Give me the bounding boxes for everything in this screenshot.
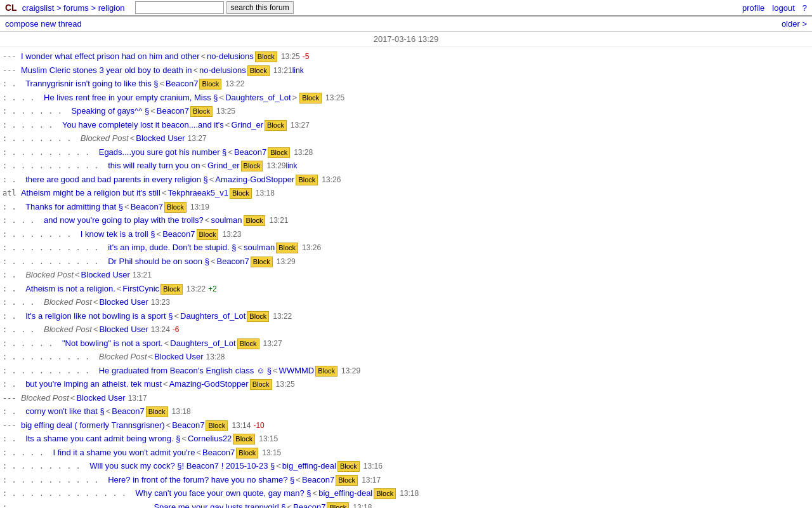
user-link[interactable]: FirstCynic [122, 283, 159, 295]
block-button[interactable]: Block [255, 51, 277, 62]
thread-title[interactable]: Here? in front of the forum? have you no… [108, 474, 294, 486]
user-link[interactable]: Daughters_of_Lot [170, 337, 235, 350]
block-button[interactable]: Block [299, 93, 322, 104]
block-button[interactable]: Block [190, 106, 213, 117]
block-button[interactable]: Block [336, 475, 358, 486]
thread-title[interactable]: Egads....you sure got his number § [99, 146, 227, 159]
user-link[interactable]: Amazing-GodStopper [215, 173, 294, 186]
block-button[interactable]: Block [337, 461, 360, 472]
block-button[interactable]: Block [247, 311, 269, 322]
user-link[interactable]: Beacon7 [166, 77, 198, 90]
thread-title[interactable]: Blocked Post [44, 323, 92, 336]
thread-title[interactable]: Speaking of gays^^ § [71, 105, 149, 117]
thread-title[interactable]: I find it a shame you won't admit you're [53, 446, 195, 459]
older-link[interactable]: older > [782, 19, 807, 29]
breadcrumb-craigslist[interactable]: craigslist [22, 3, 55, 13]
logout-link[interactable]: logout [772, 3, 794, 13]
thread-title[interactable]: Blocked Post [21, 392, 69, 404]
user-link[interactable]: Daughters_of_Lot [180, 310, 246, 323]
thread-title[interactable]: Blocked Post [25, 269, 74, 281]
breadcrumb-forums[interactable]: forums [63, 3, 89, 13]
thread-title[interactable]: Thanks for admitting that § [25, 201, 123, 213]
block-button[interactable]: Block [197, 229, 219, 240]
block-button[interactable]: Block [265, 120, 287, 131]
thread-title[interactable]: Blocked Post [44, 296, 92, 309]
user-link[interactable]: Beacon7 [216, 255, 249, 268]
user-link[interactable]: Grind_er [231, 119, 263, 131]
thread-title[interactable]: It's a religion like not bowling is a sp… [25, 310, 173, 323]
thread-title[interactable]: Atheism is not a religion. [25, 283, 115, 295]
block-button[interactable]: Block [327, 502, 349, 509]
block-button[interactable]: Block [268, 147, 290, 158]
user-link[interactable]: Beacon7 [157, 105, 189, 117]
user-link[interactable]: Beacon7 [131, 201, 163, 213]
user-link[interactable]: no-delusions [207, 50, 254, 63]
block-button[interactable]: Block [146, 406, 168, 417]
user-link[interactable]: WWMMD [279, 364, 315, 377]
thread-title[interactable]: Spare me your gay lusts trannygirl § [154, 501, 285, 509]
block-button[interactable]: Block [199, 79, 221, 90]
block-button[interactable]: Block [251, 257, 273, 267]
user-link[interactable]: Blocked User [100, 323, 148, 336]
user-link[interactable]: Beacon7 [172, 419, 204, 432]
block-button[interactable]: Block [233, 434, 255, 444]
block-button[interactable]: Block [230, 188, 252, 199]
user-link[interactable]: Blocked User [100, 296, 148, 309]
user-link[interactable]: Blocked User [76, 392, 125, 404]
user-link[interactable]: big_effing-deal [282, 460, 336, 472]
thread-title[interactable]: there are good and bad parents in every … [25, 173, 208, 186]
help-link[interactable]: ? [802, 3, 807, 13]
thread-title[interactable]: He lives rent free in your empty cranium… [44, 91, 218, 104]
user-link[interactable]: Beacon7 [293, 501, 325, 509]
block-button[interactable]: Block [237, 338, 259, 349]
thread-title[interactable]: Its a shame you cant admit being wrong. … [25, 432, 180, 445]
block-button[interactable]: Block [206, 420, 228, 431]
block-button[interactable]: Block [315, 366, 337, 377]
block-button[interactable]: Block [276, 243, 298, 253]
search-input[interactable] [135, 1, 224, 14]
user-link[interactable]: Daughters_of_Lot [225, 91, 291, 104]
thread-title[interactable]: Atheism might be a religion but it's sti… [21, 187, 160, 199]
thread-title[interactable]: and now you're going to play with the tr… [44, 214, 204, 227]
block-button[interactable]: Block [164, 202, 187, 213]
user-link[interactable]: Blocked User [136, 132, 185, 145]
user-link[interactable]: Beacon7 [202, 446, 235, 459]
extra-link[interactable]: link [286, 160, 298, 171]
thread-title[interactable]: I know tek is a troll § [81, 228, 155, 241]
block-button[interactable]: Block [250, 379, 272, 390]
thread-title[interactable]: corny won't like that § [25, 405, 105, 418]
user-link[interactable]: Blocked User [154, 351, 203, 363]
user-link[interactable]: Tekphraeak5_v1 [167, 187, 228, 199]
thread-title[interactable]: Dr Phil should be on soon § [108, 255, 209, 268]
user-link[interactable]: Cornelius22 [188, 432, 232, 445]
profile-link[interactable]: profile [742, 3, 764, 13]
thread-title[interactable]: Muslim Cleric stones 3 year old boy to d… [21, 64, 192, 77]
block-button[interactable]: Block [374, 488, 396, 499]
block-button[interactable]: Block [241, 161, 263, 171]
block-button[interactable]: Block [296, 175, 318, 185]
thread-title[interactable]: Trannygrisnir isn't going to like this § [25, 77, 158, 90]
thread-title[interactable]: Will you suck my cock? §! Beacon7 ! 2015… [89, 460, 275, 472]
thread-title[interactable]: Why can't you face your own quote, gay m… [136, 487, 311, 500]
user-link[interactable]: soulman [211, 214, 242, 227]
user-link[interactable]: soulman [244, 241, 275, 254]
thread-title[interactable]: "Not bowling" is not a sport. [62, 337, 163, 350]
user-link[interactable]: Blocked User [81, 269, 130, 281]
compose-link[interactable]: compose new thread [5, 19, 82, 29]
thread-title[interactable]: Blocked Post [81, 132, 129, 145]
user-link[interactable]: Amazing-GodStopper [169, 378, 249, 391]
user-link[interactable]: Beacon7 [234, 146, 266, 159]
user-link[interactable]: Beacon7 [112, 405, 144, 418]
user-link[interactable]: Grind_er [207, 159, 240, 172]
thread-title[interactable]: He graduated from Beacon's English class… [99, 364, 272, 377]
thread-title[interactable]: this will really turn you on [108, 159, 200, 172]
extra-link[interactable]: link [292, 65, 304, 76]
thread-title[interactable]: but you're imping an atheist. tek must [25, 378, 162, 391]
thread-title[interactable]: Blocked Post [99, 351, 147, 363]
block-button[interactable]: Block [236, 448, 258, 458]
user-link[interactable]: big_effing-deal [318, 487, 372, 500]
thread-title[interactable]: I wonder what effect prison had on him a… [21, 50, 200, 63]
block-button[interactable]: Block [160, 284, 183, 295]
breadcrumb-religion[interactable]: religion [98, 3, 125, 13]
block-button[interactable]: Block [247, 65, 270, 76]
